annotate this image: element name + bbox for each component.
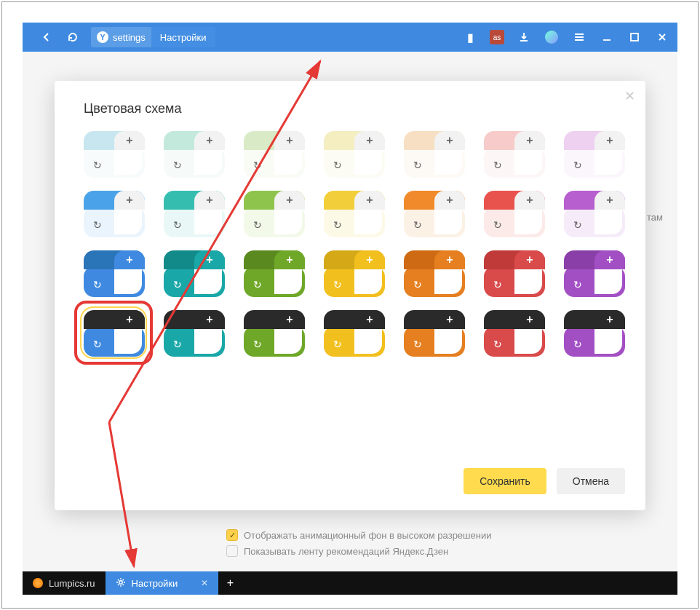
plus-icon: + — [126, 194, 132, 207]
reload-icon: ↻ — [333, 219, 342, 231]
extension-lastfm-icon[interactable]: as — [490, 30, 504, 44]
content-area: там ✓Отображать анимационный фон в высок… — [23, 52, 677, 573]
plus-icon: + — [366, 253, 373, 266]
extension-icon[interactable] — [544, 29, 560, 45]
color-swatch[interactable]: + ↻ — [404, 131, 465, 178]
reload-icon: ↻ — [493, 279, 502, 290]
plus-icon: + — [606, 134, 613, 147]
tab-label: Настройки — [132, 578, 178, 589]
reload-icon: ↻ — [333, 338, 342, 350]
downloads-icon[interactable] — [516, 29, 532, 45]
reload-icon: ↻ — [173, 279, 182, 290]
checkbox-icon[interactable] — [226, 545, 238, 557]
color-swatch[interactable]: + ↻ — [164, 191, 225, 237]
color-swatch[interactable]: + ↻ — [164, 310, 225, 357]
tab-settings[interactable]: Настройки✕ — [106, 571, 219, 595]
reload-icon: ↻ — [413, 159, 422, 171]
background-checkboxes: ✓Отображать анимационный фон в высоком р… — [226, 529, 491, 561]
color-swatch[interactable]: + ↻ — [484, 131, 545, 178]
color-swatch[interactable]: + ↻ — [244, 191, 305, 237]
reload-icon: ↻ — [413, 279, 422, 290]
plus-icon: + — [366, 313, 373, 326]
modal-title: Цветовая схема — [84, 101, 625, 116]
svg-point-1 — [119, 580, 122, 583]
color-swatch[interactable]: + ↻ — [84, 191, 145, 237]
color-swatch[interactable]: + ↻ — [244, 310, 305, 357]
reload-icon: ↻ — [173, 338, 182, 350]
reload-icon: ↻ — [253, 279, 262, 290]
plus-icon: + — [526, 194, 533, 207]
plus-icon: + — [126, 313, 132, 326]
back-button[interactable] — [36, 26, 57, 48]
color-swatch[interactable]: + ↻ — [564, 131, 625, 178]
tab-lumpics[interactable]: Lumpics.ru — [23, 571, 106, 595]
reload-icon: ↻ — [93, 279, 102, 290]
reload-icon: ↻ — [573, 159, 582, 171]
plus-icon: + — [126, 253, 132, 266]
minimize-button[interactable] — [599, 29, 615, 45]
plus-icon: + — [526, 253, 533, 266]
reload-icon: ↻ — [253, 219, 262, 231]
browser-titlebar: Ysettings Настройки ▮ as — [23, 23, 677, 52]
color-swatch[interactable]: + ↻ — [484, 191, 545, 237]
plus-icon: + — [126, 134, 132, 147]
plus-icon: + — [206, 194, 212, 207]
plus-icon: + — [526, 313, 533, 326]
page-title: Настройки — [160, 32, 207, 43]
gear-icon — [116, 577, 126, 590]
site-icon — [33, 578, 43, 588]
plus-icon: + — [286, 313, 293, 326]
save-button[interactable]: Сохранить — [464, 468, 546, 494]
color-swatch[interactable]: + ↻ — [324, 131, 385, 178]
maximize-button[interactable] — [627, 29, 643, 45]
menu-icon[interactable] — [571, 29, 587, 45]
address-text: settings — [113, 32, 146, 43]
plus-icon: + — [606, 253, 613, 266]
close-button[interactable] — [654, 29, 670, 45]
color-swatch[interactable]: + ↻ — [404, 310, 465, 357]
color-swatch[interactable]: + ↻ — [484, 310, 545, 357]
color-swatch[interactable]: + ↻ — [564, 250, 625, 297]
color-swatch[interactable]: + ↻ — [164, 131, 225, 178]
color-swatch[interactable]: + ↻ — [404, 250, 465, 297]
color-swatch[interactable]: + ↻ — [164, 250, 225, 297]
plus-icon: + — [206, 253, 212, 266]
color-swatch[interactable]: + ↻ — [84, 250, 145, 297]
color-swatch[interactable]: + ↻ — [564, 191, 625, 237]
plus-icon: + — [526, 134, 533, 147]
tab-close-icon[interactable]: ✕ — [201, 578, 208, 588]
plus-icon: + — [446, 313, 453, 326]
color-swatch[interactable]: + ↻ — [84, 131, 145, 178]
color-swatch[interactable]: + ↻ — [84, 310, 145, 357]
address-bar[interactable]: Ysettings Настройки — [91, 27, 215, 47]
reload-icon: ↻ — [93, 219, 102, 231]
plus-icon: + — [286, 194, 293, 207]
cancel-button[interactable]: Отмена — [557, 468, 625, 494]
reload-icon: ↻ — [413, 219, 422, 231]
plus-icon: + — [206, 134, 212, 147]
color-swatch[interactable]: + ↻ — [564, 310, 625, 357]
color-swatch[interactable]: + ↻ — [404, 191, 465, 237]
color-swatch[interactable]: + ↻ — [484, 250, 545, 297]
plus-icon: + — [446, 194, 453, 207]
bookmark-icon[interactable]: ▮ — [462, 29, 478, 45]
color-swatch[interactable]: + ↻ — [324, 250, 385, 297]
background-text: там — [647, 212, 663, 223]
plus-icon: + — [606, 313, 613, 326]
color-swatch[interactable]: + ↻ — [324, 191, 385, 237]
close-icon[interactable]: ✕ — [624, 88, 635, 104]
checkbox-icon[interactable]: ✓ — [226, 529, 238, 541]
color-scheme-modal: ✕ Цветовая схема + ↻ + ↻ + ↻ + ↻ — [55, 81, 645, 510]
svg-rect-0 — [631, 33, 638, 41]
plus-icon: + — [446, 253, 453, 266]
reload-button[interactable] — [62, 26, 84, 48]
color-swatch[interactable]: + ↻ — [244, 131, 305, 178]
plus-icon: + — [286, 134, 293, 147]
new-tab-button[interactable]: + — [218, 571, 242, 595]
color-swatch[interactable]: + ↻ — [324, 310, 385, 357]
reload-icon: ↻ — [493, 219, 502, 231]
color-grid: + ↻ + ↻ + ↻ + ↻ + ↻ — [75, 131, 625, 357]
plus-icon: + — [606, 194, 613, 207]
color-swatch[interactable]: + ↻ — [244, 250, 305, 297]
tab-label: Lumpics.ru — [49, 578, 95, 589]
